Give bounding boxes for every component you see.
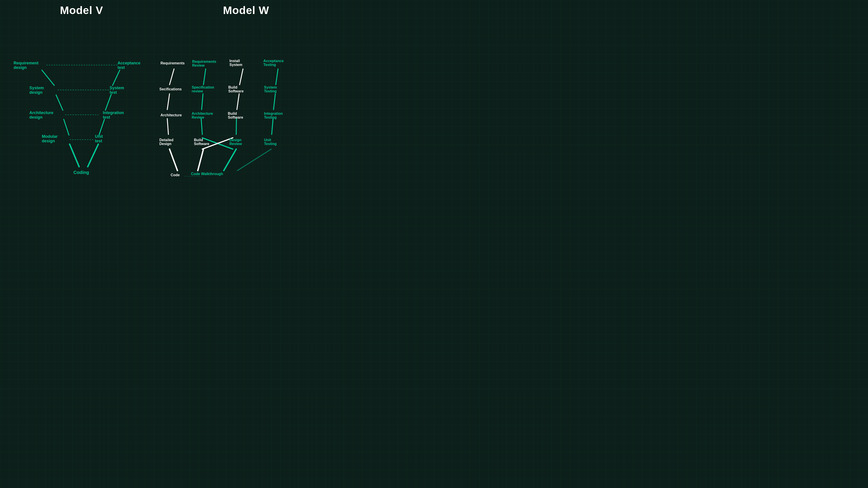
svg-text:System: System: [229, 63, 242, 67]
svg-text:Design: Design: [229, 138, 241, 142]
svg-line-33: [167, 119, 168, 134]
svg-text:design: design: [42, 139, 55, 143]
svg-line-44: [236, 119, 237, 134]
svg-line-7: [70, 144, 79, 167]
svg-line-36: [198, 149, 204, 170]
svg-text:design: design: [29, 90, 42, 95]
svg-line-9: [99, 119, 104, 135]
svg-text:Install: Install: [229, 59, 240, 63]
svg-line-31: [167, 94, 169, 109]
svg-text:test: test: [118, 65, 125, 70]
svg-text:Requirement: Requirement: [13, 61, 38, 65]
svg-line-42: [237, 94, 239, 109]
svg-text:review: review: [192, 89, 203, 93]
svg-line-41: [276, 69, 278, 85]
svg-line-40: [240, 69, 243, 85]
svg-text:test: test: [95, 139, 102, 143]
svg-text:Review: Review: [229, 142, 242, 146]
svg-text:Code: Code: [170, 173, 180, 177]
svg-text:Architecture: Architecture: [192, 111, 213, 116]
svg-line-8: [88, 144, 98, 167]
svg-text:Acceptance: Acceptance: [118, 61, 141, 65]
svg-line-10: [105, 94, 111, 110]
svg-text:Unit: Unit: [95, 134, 103, 139]
svg-text:Build: Build: [228, 86, 237, 89]
svg-text:Detailed: Detailed: [159, 138, 174, 142]
model-w-diagram: Requirements Secifications Architecture …: [158, 27, 326, 183]
svg-text:Testing: Testing: [264, 116, 277, 119]
svg-line-6: [64, 119, 69, 135]
svg-line-34: [201, 119, 202, 134]
svg-line-4: [42, 70, 54, 86]
svg-text:Architecture: Architecture: [29, 110, 53, 115]
svg-text:Build: Build: [228, 111, 237, 116]
svg-text:Review: Review: [192, 116, 204, 119]
svg-text:Unit: Unit: [264, 138, 271, 142]
svg-text:Testing: Testing: [264, 63, 276, 67]
svg-text:System: System: [264, 86, 277, 89]
svg-line-47: [237, 149, 271, 170]
svg-line-5: [56, 95, 63, 110]
svg-text:design: design: [13, 65, 27, 70]
svg-line-30: [204, 69, 206, 85]
svg-text:Software: Software: [228, 116, 243, 119]
svg-text:Coding: Coding: [73, 170, 89, 175]
svg-line-46: [224, 149, 236, 170]
svg-text:System: System: [110, 86, 124, 90]
svg-text:Acceptance: Acceptance: [264, 59, 284, 63]
model-w-title: Model W: [223, 4, 269, 17]
svg-text:Requirements: Requirements: [192, 60, 216, 64]
svg-text:Testing: Testing: [264, 89, 277, 93]
svg-text:Review: Review: [192, 64, 205, 67]
svg-text:test: test: [110, 90, 117, 95]
svg-text:System: System: [29, 86, 44, 90]
model-v-title: Model V: [60, 4, 103, 17]
model-v-diagram: Requirement design System design Archite…: [7, 27, 151, 181]
svg-line-29: [169, 69, 174, 85]
svg-text:Design: Design: [159, 142, 171, 146]
svg-text:Architecture: Architecture: [160, 113, 182, 117]
svg-line-43: [274, 94, 275, 109]
svg-text:Requirements: Requirements: [160, 61, 185, 65]
page-titles: Model V Model W: [0, 4, 329, 17]
svg-line-45: [272, 119, 273, 134]
svg-line-32: [202, 94, 203, 109]
svg-text:Modular: Modular: [42, 134, 58, 139]
svg-text:Software: Software: [194, 142, 209, 146]
svg-text:Code Walkthrough: Code Walkthrough: [191, 172, 223, 176]
svg-text:Testing: Testing: [264, 142, 277, 146]
svg-text:test: test: [103, 115, 110, 120]
svg-text:Secifications: Secifications: [159, 87, 182, 91]
svg-text:Build: Build: [194, 138, 203, 142]
svg-text:Integration: Integration: [264, 111, 283, 116]
svg-text:Specification: Specification: [192, 86, 214, 89]
svg-line-35: [169, 149, 178, 170]
svg-text:design: design: [29, 115, 42, 120]
svg-text:Software: Software: [228, 89, 244, 93]
svg-text:Integration: Integration: [103, 110, 124, 115]
svg-line-11: [113, 70, 120, 86]
